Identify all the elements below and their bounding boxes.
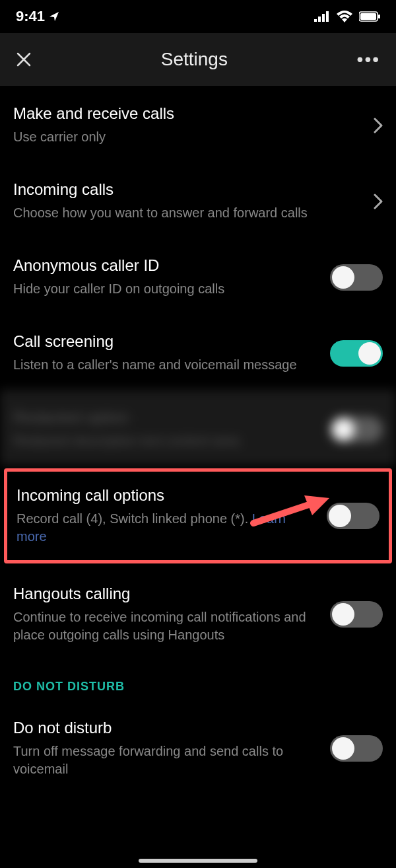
header: Settings ••• (0, 33, 396, 86)
toggle-call-screening[interactable] (330, 340, 383, 367)
toggle-redacted[interactable] (330, 416, 383, 443)
home-indicator[interactable] (139, 859, 257, 863)
svg-rect-0 (314, 19, 317, 22)
toggle-anon-id[interactable] (330, 264, 383, 291)
svg-rect-2 (322, 14, 325, 22)
row-subtitle: Hide your caller ID on outgoing calls (13, 280, 317, 298)
toggle-knob (332, 266, 354, 289)
row-text: Incoming calls Choose how you want to an… (13, 180, 374, 222)
row-text: Call screening Listen to a caller's name… (13, 332, 330, 374)
toggle-knob (358, 342, 381, 365)
row-title: Redacted option (13, 408, 317, 427)
toggle-knob (332, 603, 354, 626)
status-left: 9:41 (16, 8, 59, 25)
row-text: Incoming call options Record call (4), S… (16, 486, 327, 546)
row-subtitle: Choose how you want to answer and forwar… (13, 204, 360, 222)
content: Make and receive calls Use carrier only … (0, 86, 396, 820)
svg-rect-5 (360, 13, 376, 20)
highlight-box: Incoming call options Record call (4), S… (4, 468, 392, 563)
row-title: Incoming call options (16, 486, 314, 505)
wifi-icon (337, 11, 352, 22)
row-title: Make and receive calls (13, 104, 360, 123)
row-anon-id: Anonymous caller ID Hide your caller ID … (0, 238, 396, 314)
signal-icon (314, 11, 330, 22)
row-subtitle: Continue to receive incoming call notifi… (13, 608, 317, 644)
row-make-calls[interactable]: Make and receive calls Use carrier only (0, 86, 396, 162)
status-right (314, 11, 380, 22)
chevron-right-icon (374, 118, 383, 133)
row-title: Hangouts calling (13, 585, 317, 603)
location-icon (49, 11, 59, 22)
section-dnd-label: DO NOT DISTURB (0, 660, 396, 700)
more-icon[interactable]: ••• (357, 49, 380, 70)
row-subtitle: Redacted description text content area (13, 432, 317, 450)
toggle-knob (332, 418, 354, 441)
row-incoming-calls[interactable]: Incoming calls Choose how you want to an… (0, 162, 396, 238)
toggle-dnd[interactable] (330, 735, 383, 762)
row-incoming-options: Incoming call options Record call (4), S… (7, 472, 389, 560)
screen: 9:41 Settings ••• Make an (0, 0, 396, 868)
toggle-incoming-options[interactable] (327, 503, 380, 529)
row-subtitle: Listen to a caller's name and voicemail … (13, 356, 317, 374)
row-title: Anonymous caller ID (13, 256, 317, 275)
row-call-screening: Call screening Listen to a caller's name… (0, 314, 396, 390)
row-subtitle: Record call (4), Switch linked phone (*)… (16, 510, 314, 546)
row-subtitle: Turn off message forwarding and send cal… (13, 742, 317, 778)
row-dnd: Do not disturb Turn off message forwardi… (0, 700, 396, 794)
svg-rect-1 (318, 17, 321, 22)
toggle-knob (332, 737, 354, 760)
row-title: Do not disturb (13, 719, 317, 737)
battery-icon (359, 11, 380, 22)
row-redacted: Redacted option Redacted description tex… (0, 390, 396, 466)
row-text: Do not disturb Turn off message forwardi… (13, 719, 330, 778)
row-title: Call screening (13, 332, 317, 351)
svg-rect-3 (326, 11, 329, 22)
chevron-right-icon (374, 194, 383, 209)
status-time: 9:41 (16, 8, 45, 25)
status-bar: 9:41 (0, 0, 396, 33)
row-text: Redacted option Redacted description tex… (13, 408, 330, 450)
row-subtitle-text: Record call (4), Switch linked phone (*)… (16, 511, 252, 526)
close-icon[interactable] (16, 52, 32, 67)
toggle-hangouts[interactable] (330, 601, 383, 628)
page-title: Settings (161, 49, 228, 70)
toggle-knob (329, 505, 351, 527)
row-title: Incoming calls (13, 180, 360, 199)
row-text: Make and receive calls Use carrier only (13, 104, 374, 146)
row-hangouts: Hangouts calling Continue to receive inc… (0, 566, 396, 660)
row-text: Hangouts calling Continue to receive inc… (13, 585, 330, 644)
row-text: Anonymous caller ID Hide your caller ID … (13, 256, 330, 298)
svg-rect-6 (378, 15, 380, 18)
row-subtitle: Use carrier only (13, 128, 360, 146)
